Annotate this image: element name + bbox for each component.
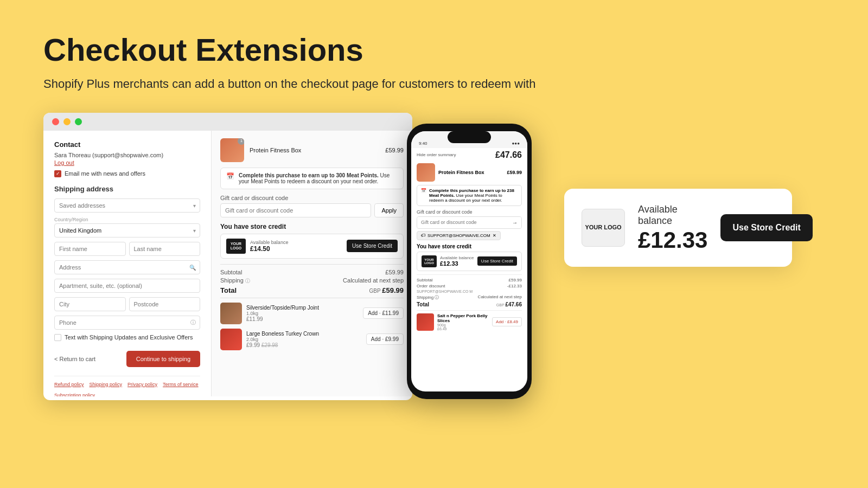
subtotal-label: Subtotal bbox=[220, 269, 242, 275]
discount-code-input[interactable] bbox=[220, 203, 371, 217]
phone-screen: 9:40 ●●● Hide order summary £47.66 bbox=[411, 131, 527, 391]
phone-add-item-price: £6.49 bbox=[437, 327, 489, 331]
phone-content: Hide order summary £47.66 Protein Fitnes… bbox=[411, 148, 527, 391]
shipping-label: Shipping ⓘ bbox=[220, 277, 250, 285]
first-name-group bbox=[54, 242, 126, 256]
name-row bbox=[54, 242, 200, 260]
earn-points-text: Complete this purchase to earn up to 300… bbox=[239, 172, 398, 184]
phone-subtotal-row: Subtotal £59.99 bbox=[417, 278, 522, 282]
phone-total-final-row: Total GBP £47.66 bbox=[417, 301, 522, 307]
privacy-policy-link[interactable]: Privacy policy bbox=[127, 382, 157, 387]
shipping-value: Calculated at next step bbox=[343, 277, 404, 285]
item-quantity-badge: 1 bbox=[238, 138, 244, 145]
phone-add-item-weight: 900g bbox=[437, 323, 489, 327]
item-name: Protein Fitness Box bbox=[250, 147, 380, 153]
add-item-1-button[interactable]: Add · £11.99 bbox=[363, 307, 404, 319]
phone-use-credit-button[interactable]: Use Store Credit bbox=[477, 256, 517, 266]
phone-total-price: £47.66 bbox=[495, 150, 522, 160]
use-store-credit-button[interactable]: Use Store Credit bbox=[347, 240, 398, 252]
postcode-group bbox=[129, 297, 201, 311]
phone-help-icon: ⓘ bbox=[190, 319, 196, 326]
city-input[interactable] bbox=[54, 297, 126, 311]
address-wrapper: 🔍 bbox=[54, 260, 200, 274]
widget-logo: YOUR LOGO bbox=[582, 209, 625, 247]
browser-body: Contact Sara Thoreau (support@shopwaive.… bbox=[43, 131, 412, 396]
phone-add-item-name: Salt n Pepper Pork Belly Slices bbox=[437, 313, 489, 323]
footer-links: Refund policy Shipping policy Privacy po… bbox=[54, 376, 200, 396]
phone-shipping-label: Shipping ⓘ bbox=[417, 294, 439, 300]
widget-use-credit-button[interactable]: Use Store Credit bbox=[720, 214, 812, 241]
city-postcode-row bbox=[54, 297, 200, 316]
country-input[interactable] bbox=[54, 223, 200, 237]
store-credit-widget: YOUR LOGO Available balance £12.33 Use S… bbox=[564, 189, 792, 267]
add-item-2-name: Large Boneless Turkey Crown bbox=[246, 331, 362, 337]
phone-total-value: GBP £47.66 bbox=[496, 301, 522, 307]
add-item-1-price: £11.99 bbox=[246, 316, 359, 322]
postcode-input[interactable] bbox=[129, 297, 201, 311]
last-name-input[interactable] bbox=[129, 242, 201, 256]
address-input[interactable] bbox=[54, 260, 200, 274]
terms-link[interactable]: Terms of service bbox=[163, 382, 199, 387]
email-checkbox-label: Email me with news and offers bbox=[65, 170, 145, 177]
phone-coupon-row: SUPPORT@SHOPWAIVE.CO M bbox=[417, 290, 522, 293]
phone-input[interactable] bbox=[54, 316, 200, 330]
continue-to-shipping-button[interactable]: Continue to shipping bbox=[126, 351, 200, 367]
store-logo: YOUR LOGO bbox=[226, 239, 246, 254]
phone-total-label: Total bbox=[417, 301, 429, 307]
phone-time: 9:40 bbox=[419, 141, 427, 146]
shipping-policy-link[interactable]: Shipping policy bbox=[90, 382, 123, 387]
first-name-input[interactable] bbox=[54, 242, 126, 256]
refund-policy-link[interactable]: Refund policy bbox=[54, 382, 84, 387]
shipping-hint: ⓘ bbox=[245, 278, 250, 284]
phone-outer: 9:40 ●●● Hide order summary £47.66 bbox=[407, 124, 532, 399]
last-name-group bbox=[129, 242, 201, 256]
phone-add-item-button[interactable]: Add · £8.49 bbox=[492, 317, 522, 326]
country-label: Country/Region bbox=[54, 217, 200, 222]
saved-addresses-group: ▾ bbox=[54, 198, 200, 213]
phone-coupon-tag: 🏷 SUPPORT@SHOPWAIVE.COM ✕ bbox=[417, 231, 501, 240]
shipping-section-title: Shipping address bbox=[54, 185, 200, 193]
phone-store-credit-title: You have store credit bbox=[417, 243, 522, 249]
add-item-2-button[interactable]: Add · £9.99 bbox=[366, 333, 404, 345]
email-checkbox[interactable] bbox=[54, 170, 61, 177]
sms-checkbox-row: Text with Shipping Updates and Exclusive… bbox=[54, 334, 200, 341]
phone-shipping-value: Calculated at next step bbox=[478, 294, 522, 300]
phone-earn-icon: 📅 bbox=[421, 188, 426, 203]
checkout-btn-row: < Return to cart Continue to shipping bbox=[54, 351, 200, 367]
phone-subtotal-value: £59.99 bbox=[509, 278, 522, 282]
page-subtitle: Shopify Plus merchants can add a button … bbox=[43, 77, 825, 91]
phone-group: ⓘ bbox=[54, 316, 200, 330]
return-to-cart-link[interactable]: < Return to cart bbox=[54, 356, 95, 362]
screenshots-row: Contact Sara Thoreau (support@shopwaive.… bbox=[43, 113, 825, 400]
phone-item-name: Protein Fitness Box bbox=[438, 170, 503, 175]
browser-dot-green bbox=[75, 118, 82, 125]
dropdown-icon: ▾ bbox=[193, 202, 196, 208]
phone-discount-input[interactable] bbox=[417, 217, 508, 228]
add-item-1-details: Silverside/Topside/Rump Joint 1.0kg £11.… bbox=[246, 305, 359, 322]
saved-addresses-input[interactable] bbox=[54, 198, 200, 213]
item-price: £59.99 bbox=[385, 147, 404, 153]
store-credit-section: You have store credit YOUR LOGO Availabl… bbox=[220, 223, 404, 259]
phone-coupon-remove[interactable]: ✕ bbox=[493, 233, 496, 238]
apartment-input[interactable] bbox=[54, 279, 200, 293]
sms-checkbox[interactable] bbox=[54, 334, 61, 341]
phone-add-item: Salt n Pepper Pork Belly Slices 900g £6.… bbox=[417, 310, 522, 331]
subscription-policy-link[interactable]: Subscription policy bbox=[54, 393, 95, 396]
add-item-1-name: Silverside/Topside/Rump Joint bbox=[246, 305, 359, 311]
phone-totals: Subtotal £59.99 Order discount -£12.33 S… bbox=[417, 274, 522, 307]
phone-balance-label: Available balance bbox=[440, 255, 474, 260]
phone-discount-section: Gift card or discount code → 🏷 SUPPORT@S… bbox=[417, 209, 522, 240]
store-credit-title: You have store credit bbox=[220, 223, 404, 230]
apply-discount-button[interactable]: Apply bbox=[374, 203, 404, 217]
add-item-1-weight: 1.0kg bbox=[246, 311, 359, 316]
address-group: 🔍 bbox=[54, 260, 200, 274]
add-item-2-weight: 2.0kg bbox=[246, 337, 362, 342]
logout-link[interactable]: Log out bbox=[54, 159, 200, 166]
phone-discount-input-row: → bbox=[417, 216, 522, 229]
phone-add-item-image bbox=[417, 313, 434, 331]
phone-item-row: Protein Fitness Box £59.99 bbox=[417, 163, 522, 182]
add-item-2: Large Boneless Turkey Crown 2.0kg £9.99 … bbox=[220, 329, 404, 350]
phone-balance-amount: £12.33 bbox=[440, 260, 474, 267]
phone-hide-summary[interactable]: Hide order summary bbox=[417, 152, 456, 157]
add-item-1: Silverside/Topside/Rump Joint 1.0kg £11.… bbox=[220, 303, 404, 324]
